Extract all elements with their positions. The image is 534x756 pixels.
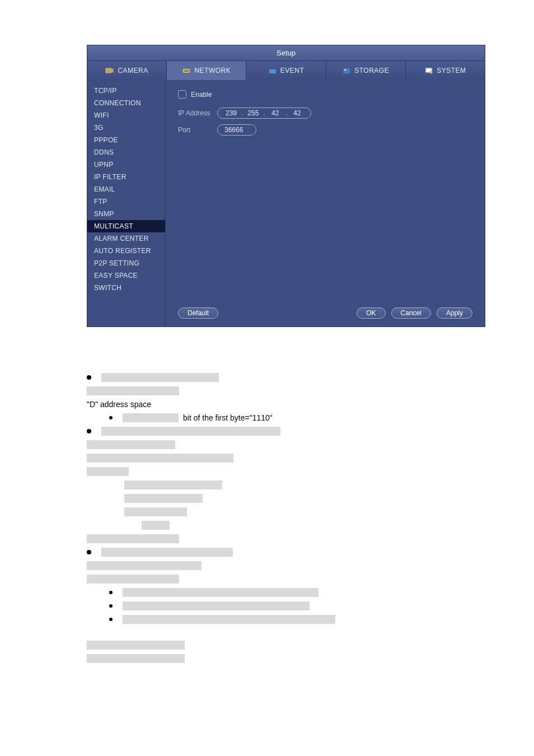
- tab-label: NETWORK: [194, 67, 231, 74]
- port-row: Port 36666: [178, 124, 472, 136]
- redacted-text: [87, 386, 179, 395]
- sidebar-item-p2psetting[interactable]: P2P SETTING: [87, 257, 165, 269]
- tab-label: STORAGE: [354, 67, 389, 74]
- setup-window: Setup CAMERA NETWORK EVENT STORAGE: [87, 45, 485, 327]
- redacted-text: [124, 480, 222, 489]
- svg-rect-3: [184, 70, 189, 71]
- camera-icon: [105, 67, 114, 74]
- bullet-icon: [87, 429, 91, 433]
- redacted-text: [87, 467, 129, 476]
- redacted-text: [101, 427, 280, 436]
- tab-label: EVENT: [280, 67, 305, 74]
- svg-rect-2: [183, 69, 190, 73]
- redacted-text: [142, 521, 170, 530]
- ip-octet-1[interactable]: 255: [245, 109, 261, 117]
- svg-rect-8: [344, 69, 346, 71]
- bullet-icon: [109, 416, 113, 419]
- ip-label: IP Address: [178, 109, 217, 117]
- system-icon: [424, 67, 433, 74]
- ip-octet-2[interactable]: 42: [268, 109, 283, 117]
- redacted-text: [87, 534, 179, 543]
- redacted-text: [124, 494, 203, 503]
- tab-event[interactable]: EVENT: [246, 61, 326, 80]
- content-panel: Enable IP Address 239 . 255 . 42 . 42 Po…: [166, 80, 485, 326]
- document-text-area: "D" address space bit of the first byte=…: [87, 372, 447, 664]
- sidebar-item-tcpip[interactable]: TCP/IP: [87, 85, 165, 97]
- sidebar-item-snmp[interactable]: SNMP: [87, 208, 165, 220]
- redacted-text: [87, 440, 175, 449]
- right-buttons: OK Cancel Apply: [357, 307, 472, 319]
- sidebar: TCP/IP CONNECTION WIFI 3G PPPOE DDNS UPN…: [87, 80, 166, 326]
- storage-icon: [342, 67, 351, 74]
- svg-rect-7: [343, 68, 350, 73]
- ip-dot: .: [285, 109, 287, 117]
- tab-storage[interactable]: STORAGE: [326, 61, 406, 80]
- sidebar-item-upnp[interactable]: UPNP: [87, 158, 165, 171]
- sidebar-item-3g[interactable]: 3G: [87, 122, 165, 134]
- svg-rect-4: [184, 71, 189, 72]
- redacted-text: [101, 548, 233, 557]
- network-icon: [182, 67, 191, 74]
- sidebar-item-autoregister[interactable]: AUTO REGISTER: [87, 245, 165, 257]
- cancel-button[interactable]: Cancel: [391, 307, 431, 319]
- redacted-text: [87, 575, 179, 584]
- window-title: Setup: [87, 45, 485, 61]
- redacted-text: [123, 615, 335, 624]
- redacted-text: [87, 454, 233, 463]
- tab-system[interactable]: SYSTEM: [406, 61, 485, 80]
- sidebar-item-wifi[interactable]: WIFI: [87, 109, 165, 122]
- bullet-icon: [109, 604, 113, 608]
- bullet-icon: [109, 591, 113, 594]
- tab-network[interactable]: NETWORK: [167, 61, 246, 80]
- event-icon: [268, 67, 277, 74]
- svg-marker-1: [111, 68, 114, 73]
- sidebar-item-ipfilter[interactable]: IP FILTER: [87, 171, 165, 183]
- sidebar-item-connection[interactable]: CONNECTION: [87, 97, 165, 109]
- body-area: TCP/IP CONNECTION WIFI 3G PPPOE DDNS UPN…: [87, 80, 485, 326]
- port-label: Port: [178, 126, 217, 134]
- sidebar-item-multicast[interactable]: MULTICAST: [87, 220, 165, 232]
- sidebar-item-email[interactable]: EMAIL: [87, 183, 165, 195]
- doc-text: bit of the first byte="1110": [183, 413, 273, 422]
- bullet-icon: [87, 550, 91, 554]
- redacted-text: [87, 561, 202, 570]
- ip-row: IP Address 239 . 255 . 42 . 42: [178, 108, 472, 119]
- ip-octet-3[interactable]: 42: [289, 109, 305, 117]
- bullet-icon: [109, 618, 113, 621]
- enable-row: Enable: [178, 90, 472, 99]
- sidebar-item-pppoe[interactable]: PPPOE: [87, 134, 165, 146]
- ip-octet-0[interactable]: 239: [223, 109, 239, 117]
- enable-checkbox[interactable]: [178, 90, 186, 99]
- sidebar-item-alarmcenter[interactable]: ALARM CENTER: [87, 232, 165, 245]
- tab-label: CAMERA: [118, 67, 148, 74]
- svg-point-10: [430, 71, 433, 74]
- tab-label: SYSTEM: [437, 67, 466, 74]
- sidebar-item-switch[interactable]: SWITCH: [87, 282, 165, 294]
- redacted-text: [87, 654, 185, 663]
- left-buttons: Default: [178, 307, 218, 319]
- redacted-text: [123, 413, 179, 422]
- ip-address-input[interactable]: 239 . 255 . 42 . 42: [217, 108, 311, 119]
- redacted-text: [101, 373, 219, 382]
- button-row: Default OK Cancel Apply: [178, 307, 472, 319]
- redacted-text: [87, 641, 185, 650]
- main-nav: CAMERA NETWORK EVENT STORAGE SYSTEM: [87, 61, 485, 80]
- sidebar-item-easyspace[interactable]: EASY SPACE: [87, 269, 165, 282]
- svg-rect-6: [269, 68, 276, 69]
- ok-button[interactable]: OK: [357, 307, 385, 319]
- redacted-text: [123, 601, 310, 610]
- sidebar-item-ftp[interactable]: FTP: [87, 195, 165, 208]
- apply-button[interactable]: Apply: [437, 307, 472, 319]
- svg-rect-0: [106, 68, 111, 73]
- redacted-text: [124, 507, 187, 516]
- ip-dot: .: [241, 109, 243, 117]
- sidebar-item-ddns[interactable]: DDNS: [87, 146, 165, 158]
- redacted-text: [123, 588, 318, 597]
- tab-camera[interactable]: CAMERA: [87, 61, 167, 80]
- port-input[interactable]: 36666: [217, 124, 256, 136]
- ip-dot: .: [263, 109, 265, 117]
- bullet-icon: [87, 375, 91, 380]
- enable-label: Enable: [191, 91, 212, 99]
- doc-text: "D" address space: [87, 400, 151, 409]
- default-button[interactable]: Default: [178, 307, 218, 319]
